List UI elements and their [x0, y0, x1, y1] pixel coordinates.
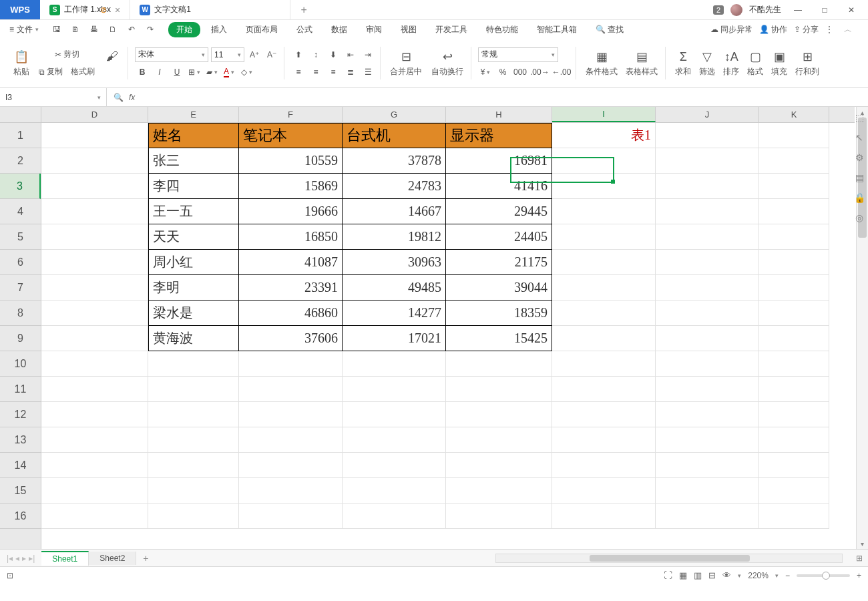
- cond-format-button[interactable]: ▦条件格式: [583, 47, 620, 79]
- cell-G11[interactable]: [343, 377, 446, 402]
- search-menu[interactable]: 🔍 查找: [588, 22, 632, 37]
- cell-E4[interactable]: 王一五: [148, 199, 239, 224]
- cell-I15[interactable]: [552, 478, 656, 504]
- rail-cursor-icon[interactable]: ↖: [855, 132, 863, 143]
- cell-G12[interactable]: [343, 402, 446, 427]
- row-header-9[interactable]: 9: [0, 326, 41, 351]
- tab-smart[interactable]: 智能工具箱: [529, 22, 585, 37]
- cell-H10[interactable]: [446, 351, 552, 377]
- row-header-8[interactable]: 8: [0, 300, 41, 326]
- view-page-icon[interactable]: ▥: [694, 570, 702, 580]
- spreadsheet-grid[interactable]: DEFGHIJK 12345678910111213141516 姓名笔记本台式…: [0, 107, 868, 549]
- row-header-5[interactable]: 5: [0, 224, 41, 250]
- collab-button[interactable]: 👤 协作: [759, 24, 787, 35]
- avatar[interactable]: [730, 4, 742, 16]
- col-header-F[interactable]: F: [239, 107, 343, 122]
- cell-I11[interactable]: [552, 377, 656, 402]
- cell-H9[interactable]: 15425: [446, 326, 552, 351]
- cell-D7[interactable]: [41, 275, 148, 300]
- cell-D11[interactable]: [41, 377, 148, 402]
- cell-J1[interactable]: [656, 123, 759, 148]
- add-tab-button[interactable]: +: [290, 0, 317, 19]
- row-header-3[interactable]: 3: [0, 174, 41, 199]
- view-break-icon[interactable]: ⊟: [708, 570, 716, 580]
- cell-K11[interactable]: [759, 377, 829, 402]
- col-header-I[interactable]: I: [552, 107, 656, 122]
- zoom-out-icon[interactable]: −: [785, 571, 790, 580]
- cell-E1[interactable]: 姓名: [148, 123, 239, 148]
- save-icon[interactable]: 🖫: [49, 22, 64, 37]
- row-header-1[interactable]: 1: [0, 123, 41, 148]
- font-size-select[interactable]: 11▾: [211, 47, 244, 62]
- cell-D3[interactable]: [41, 174, 148, 199]
- align-middle-icon[interactable]: ↕: [308, 47, 323, 62]
- cell-F4[interactable]: 19666: [239, 199, 343, 224]
- cell-H11[interactable]: [446, 377, 552, 402]
- sync-status[interactable]: ☁ 同步异常: [710, 24, 752, 35]
- cell-I4[interactable]: [552, 199, 656, 224]
- cell-F9[interactable]: 37606: [239, 326, 343, 351]
- decimal-dec-icon[interactable]: ←.00: [552, 65, 572, 79]
- cell-K2[interactable]: [759, 148, 829, 174]
- cell-I10[interactable]: [552, 351, 656, 377]
- cell-H4[interactable]: 29445: [446, 199, 552, 224]
- sheet-first-icon[interactable]: |◂: [7, 554, 13, 563]
- cell-J2[interactable]: [656, 148, 759, 174]
- cell-J3[interactable]: [656, 174, 759, 199]
- cell-D6[interactable]: [41, 250, 148, 275]
- cell-E3[interactable]: 李四: [148, 174, 239, 199]
- zoom-slider[interactable]: [797, 574, 850, 577]
- cell-J15[interactable]: [656, 478, 759, 504]
- cell-K3[interactable]: [759, 174, 829, 199]
- tab-layout[interactable]: 页面布局: [238, 22, 286, 37]
- cell-E11[interactable]: [148, 377, 239, 402]
- rail-select-icon[interactable]: ⬚: [855, 112, 864, 123]
- cell-I12[interactable]: [552, 402, 656, 427]
- rowcol-button[interactable]: ⊞行和列: [793, 47, 822, 79]
- cells-area[interactable]: 姓名笔记本台式机显示器表1张三105593787816981李四15869247…: [41, 123, 855, 549]
- cell-D13[interactable]: [41, 427, 148, 453]
- tab-formula[interactable]: 公式: [288, 22, 320, 37]
- cell-G3[interactable]: 24783: [343, 174, 446, 199]
- cell-I3[interactable]: [552, 174, 656, 199]
- zoom-knob[interactable]: [822, 572, 830, 580]
- cell-E14[interactable]: [148, 453, 239, 478]
- cell-F16[interactable]: [239, 504, 343, 529]
- select-all-corner[interactable]: [0, 107, 41, 123]
- cell-F14[interactable]: [239, 453, 343, 478]
- cell-J4[interactable]: [656, 199, 759, 224]
- tab-start[interactable]: 开始: [168, 22, 200, 37]
- cell-K15[interactable]: [759, 478, 829, 504]
- align-center-icon[interactable]: ≡: [308, 65, 323, 79]
- col-header-K[interactable]: K: [759, 107, 829, 122]
- hscroll-thumb[interactable]: [590, 555, 750, 562]
- cell-H15[interactable]: [446, 478, 552, 504]
- cell-G5[interactable]: 19812: [343, 224, 446, 250]
- cell-F10[interactable]: [239, 351, 343, 377]
- cell-H3[interactable]: 41416: [446, 174, 552, 199]
- cell-I2[interactable]: [552, 148, 656, 174]
- redo-icon[interactable]: ↷: [143, 22, 158, 37]
- cell-F8[interactable]: 46860: [239, 300, 343, 326]
- name-box[interactable]: I3▾: [0, 88, 107, 106]
- cell-K14[interactable]: [759, 453, 829, 478]
- cell-K6[interactable]: [759, 250, 829, 275]
- tab-view[interactable]: 视图: [393, 22, 425, 37]
- cell-K13[interactable]: [759, 427, 829, 453]
- cell-J16[interactable]: [656, 504, 759, 529]
- cell-K12[interactable]: [759, 402, 829, 427]
- cell-G13[interactable]: [343, 427, 446, 453]
- cell-G4[interactable]: 14667: [343, 199, 446, 224]
- zoom-in-icon[interactable]: +: [857, 571, 861, 580]
- cell-K1[interactable]: [759, 123, 829, 148]
- cell-H6[interactable]: 21175: [446, 250, 552, 275]
- cell-F7[interactable]: 23391: [239, 275, 343, 300]
- rail-settings-icon[interactable]: ⚙: [855, 152, 864, 163]
- file-tab-workbook[interactable]: S 工作簿 1.xlsx ⊘ ×: [40, 0, 130, 19]
- col-header-H[interactable]: H: [446, 107, 552, 122]
- row-header-15[interactable]: 15: [0, 478, 41, 504]
- cell-D10[interactable]: [41, 351, 148, 377]
- cell-H5[interactable]: 24405: [446, 224, 552, 250]
- cell-D14[interactable]: [41, 453, 148, 478]
- cell-J8[interactable]: [656, 300, 759, 326]
